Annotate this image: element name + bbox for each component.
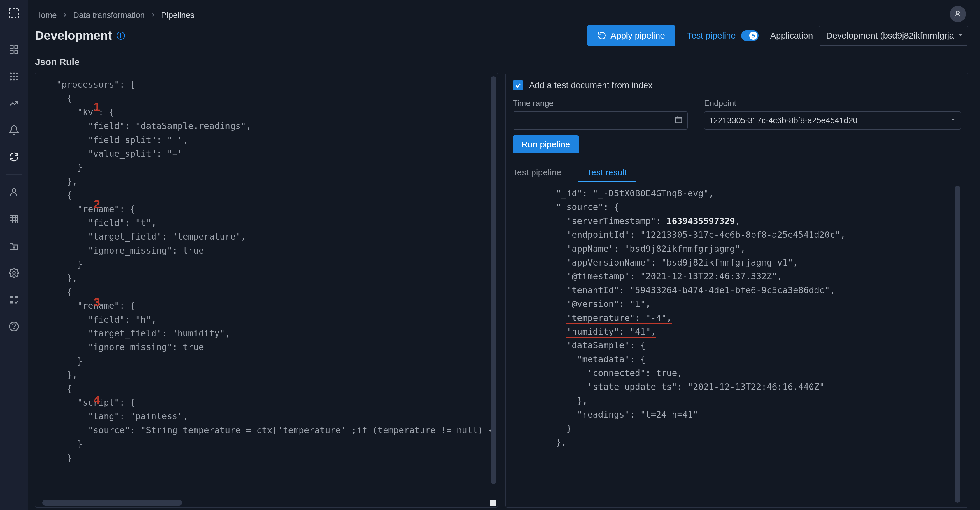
- json-rule-panel: "processors": [ { "kv": { "field": "data…: [35, 73, 498, 508]
- add-test-doc-label: Add a test document from index: [529, 80, 653, 90]
- caret-down-icon: [957, 30, 964, 41]
- svg-point-6: [13, 73, 15, 74]
- time-range-label: Time range: [513, 99, 688, 108]
- page-title: Development i: [35, 29, 125, 43]
- svg-marker-35: [951, 119, 955, 121]
- nav-alerts-icon[interactable]: [8, 124, 21, 137]
- nav-analytics-icon[interactable]: [8, 97, 21, 110]
- nav-dashboard-icon[interactable]: [8, 43, 21, 56]
- chevron-right-icon: [62, 11, 68, 20]
- calendar-icon: [675, 116, 683, 126]
- svg-rect-24: [16, 296, 18, 298]
- sidebar: [0, 0, 28, 510]
- breadcrumb-home[interactable]: Home: [35, 11, 57, 20]
- application-select[interactable]: Development (bsd9j82ikfmmfgrja: [819, 26, 968, 46]
- svg-point-10: [16, 76, 18, 77]
- code-vertical-scrollbar[interactable]: [491, 76, 496, 484]
- caret-down-icon: [950, 116, 957, 125]
- svg-point-27: [14, 328, 14, 329]
- tab-test-result[interactable]: Test result: [578, 163, 636, 182]
- json-rule-label: Json Rule: [35, 57, 968, 67]
- logo-icon: [7, 6, 21, 20]
- svg-rect-0: [10, 8, 19, 18]
- svg-point-8: [10, 76, 12, 77]
- svg-point-14: [12, 189, 16, 192]
- test-pipeline-link[interactable]: Test pipeline: [687, 30, 736, 41]
- info-icon[interactable]: i: [117, 32, 125, 40]
- svg-point-11: [10, 79, 12, 81]
- svg-point-13: [16, 79, 18, 81]
- test-panel: Add a test document from index Time rang…: [506, 73, 968, 508]
- breadcrumb-data-transformation[interactable]: Data transformation: [73, 11, 145, 20]
- svg-point-7: [16, 73, 18, 74]
- nav-user-icon[interactable]: [8, 186, 21, 199]
- breadcrumb-pipelines: Pipelines: [161, 11, 194, 20]
- svg-point-9: [13, 76, 15, 77]
- svg-rect-25: [10, 301, 13, 304]
- svg-rect-4: [15, 51, 18, 54]
- svg-rect-1: [10, 46, 13, 49]
- svg-rect-23: [10, 296, 13, 298]
- breadcrumb: Home Data transformation Pipelines: [28, 11, 968, 20]
- test-result-output[interactable]: "_id": "_-D5tX0B0E4GTnq8-evg", "_source"…: [513, 182, 961, 507]
- nav-integrations-icon[interactable]: [8, 293, 21, 306]
- svg-marker-30: [959, 34, 962, 36]
- nav-org-icon[interactable]: [8, 213, 21, 226]
- nav-settings-icon[interactable]: [8, 266, 21, 279]
- svg-point-22: [13, 272, 16, 274]
- code-scroll-corner: [490, 500, 496, 506]
- endpoint-label: Endpoint: [704, 99, 961, 108]
- nav-apps-icon[interactable]: [8, 70, 21, 83]
- svg-rect-29: [752, 35, 754, 37]
- code-horizontal-scrollbar[interactable]: [42, 500, 182, 506]
- nav-transform-icon[interactable]: [8, 151, 21, 163]
- application-label: Application: [770, 30, 813, 41]
- apply-pipeline-button[interactable]: Apply pipeline: [587, 25, 676, 46]
- tab-test-pipeline[interactable]: Test pipeline: [513, 163, 562, 182]
- svg-rect-2: [15, 46, 18, 49]
- nav-help-icon[interactable]: [8, 320, 21, 333]
- svg-rect-15: [10, 215, 18, 223]
- time-range-input[interactable]: [513, 112, 688, 129]
- svg-point-5: [10, 73, 12, 74]
- chevron-right-icon: [150, 11, 156, 20]
- svg-rect-3: [10, 51, 13, 54]
- endpoint-select[interactable]: 12213305-317c-4c6b-8bf8-a25e4541d20: [704, 112, 961, 129]
- nav-files-icon[interactable]: [8, 239, 21, 252]
- run-pipeline-button[interactable]: Run pipeline: [513, 135, 579, 153]
- svg-rect-31: [676, 117, 682, 123]
- result-vertical-scrollbar[interactable]: [955, 186, 961, 503]
- json-editor[interactable]: "processors": [ { "kv": { "field": "data…: [35, 73, 498, 507]
- add-test-doc-checkbox[interactable]: [513, 80, 523, 91]
- lock-toggle[interactable]: [741, 30, 759, 41]
- svg-point-12: [13, 79, 15, 81]
